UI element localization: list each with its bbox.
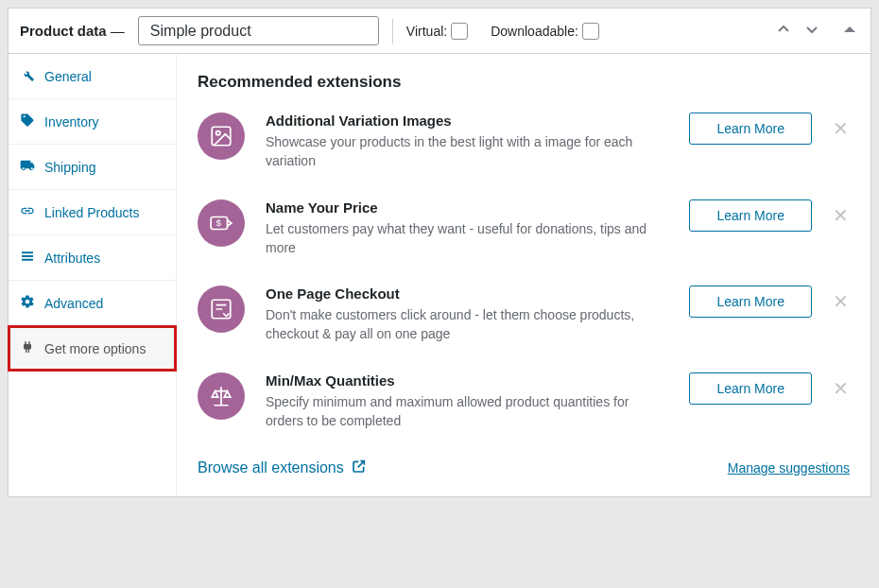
title-dash: —	[111, 23, 125, 39]
extension-item: One Page Checkout Don't make customers c…	[198, 285, 850, 344]
learn-more-button[interactable]: Learn More	[689, 112, 812, 145]
extension-actions: Learn More ✕	[689, 285, 850, 318]
close-icon[interactable]: ✕	[831, 290, 850, 313]
extension-desc: Don't make customers click around - let …	[266, 305, 668, 344]
gear-icon	[20, 294, 35, 312]
svg-point-1	[216, 131, 220, 135]
collapse-icon[interactable]	[840, 20, 859, 42]
tabs: General Inventory Shipping Linked Produc…	[9, 54, 177, 496]
plug-icon	[20, 339, 35, 357]
tab-attributes[interactable]: Attributes	[9, 235, 176, 281]
product-type-select[interactable]: Simple product	[138, 16, 379, 45]
price-tag-icon: $	[198, 199, 245, 247]
tab-advanced[interactable]: Advanced	[9, 281, 176, 326]
learn-more-button[interactable]: Learn More	[689, 285, 812, 318]
extension-desc: Let customers pay what they want - usefu…	[266, 219, 668, 258]
move-down-icon[interactable]	[802, 20, 821, 42]
extension-body: Min/Max Quantities Specify minimum and m…	[266, 372, 668, 431]
extension-actions: Learn More ✕	[689, 372, 850, 405]
scale-icon	[198, 372, 245, 420]
product-type-wrap: Simple product	[138, 16, 379, 45]
image-icon	[198, 112, 245, 160]
extension-title: Name Your Price	[266, 199, 668, 216]
extension-title: One Page Checkout	[266, 285, 668, 302]
close-icon[interactable]: ✕	[831, 204, 850, 227]
extension-actions: Learn More ✕	[689, 199, 850, 232]
external-link-icon	[352, 458, 367, 477]
product-type-checks: Virtual: Downloadable:	[406, 23, 599, 40]
extension-title: Min/Max Quantities	[266, 372, 668, 389]
downloadable-check[interactable]: Downloadable:	[491, 23, 599, 40]
manage-suggestions-link[interactable]: Manage suggestions	[728, 460, 850, 476]
tab-advanced-label: Advanced	[44, 296, 103, 311]
panel-body: General Inventory Shipping Linked Produc…	[9, 54, 870, 496]
header-divider	[392, 19, 393, 43]
browse-all-label: Browse all extensions	[198, 459, 344, 476]
close-icon[interactable]: ✕	[831, 117, 850, 140]
extension-body: One Page Checkout Don't make customers c…	[266, 285, 668, 344]
wrench-icon	[20, 67, 35, 85]
move-up-icon[interactable]	[774, 20, 793, 42]
section-title: Recommended extensions	[198, 73, 850, 92]
tab-general-label: General	[44, 69, 92, 84]
virtual-check[interactable]: Virtual:	[406, 23, 468, 40]
truck-icon	[20, 158, 35, 176]
downloadable-checkbox[interactable]	[582, 23, 599, 40]
browse-all-link[interactable]: Browse all extensions	[198, 458, 367, 477]
downloadable-label: Downloadable:	[491, 24, 578, 39]
svg-text:$: $	[216, 217, 222, 228]
tab-linked-label: Linked Products	[44, 205, 139, 220]
content: Recommended extensions Additional Variat…	[177, 54, 870, 496]
checkout-icon	[198, 285, 245, 333]
footer-links: Browse all extensions Manage suggestions	[198, 458, 850, 477]
learn-more-button[interactable]: Learn More	[689, 372, 812, 405]
panel-title: Product data —	[20, 23, 125, 39]
tab-get-more-options[interactable]: Get more options	[8, 325, 177, 372]
extension-item: Additional Variation Images Showcase you…	[198, 112, 850, 171]
list-icon	[20, 249, 35, 267]
extension-actions: Learn More ✕	[689, 112, 850, 145]
product-data-panel: Product data — Simple product Virtual: D…	[8, 8, 871, 497]
tab-linked[interactable]: Linked Products	[9, 190, 176, 235]
tab-shipping[interactable]: Shipping	[9, 145, 176, 190]
extension-body: Name Your Price Let customers pay what t…	[266, 199, 668, 258]
virtual-label: Virtual:	[406, 24, 447, 39]
header-right	[774, 20, 859, 42]
panel-title-text: Product data	[20, 23, 107, 39]
extension-item: Min/Max Quantities Specify minimum and m…	[198, 372, 850, 431]
tab-inventory-label: Inventory	[44, 114, 99, 130]
tab-get-more-label: Get more options	[44, 341, 146, 356]
learn-more-button[interactable]: Learn More	[689, 199, 812, 232]
tab-general[interactable]: General	[9, 54, 176, 99]
tab-shipping-label: Shipping	[44, 160, 96, 175]
panel-header: Product data — Simple product Virtual: D…	[9, 9, 870, 54]
extension-item: $ Name Your Price Let customers pay what…	[198, 199, 850, 258]
extension-desc: Showcase your products in the best light…	[266, 132, 668, 171]
extension-desc: Specify minimum and maximum allowed prod…	[266, 392, 668, 431]
extension-title: Additional Variation Images	[266, 112, 668, 129]
link-icon	[20, 203, 35, 221]
tag-icon	[20, 112, 35, 130]
virtual-checkbox[interactable]	[451, 23, 468, 40]
extension-body: Additional Variation Images Showcase you…	[266, 112, 668, 171]
close-icon[interactable]: ✕	[831, 377, 850, 400]
tab-inventory[interactable]: Inventory	[9, 99, 176, 145]
tab-attributes-label: Attributes	[44, 251, 100, 266]
